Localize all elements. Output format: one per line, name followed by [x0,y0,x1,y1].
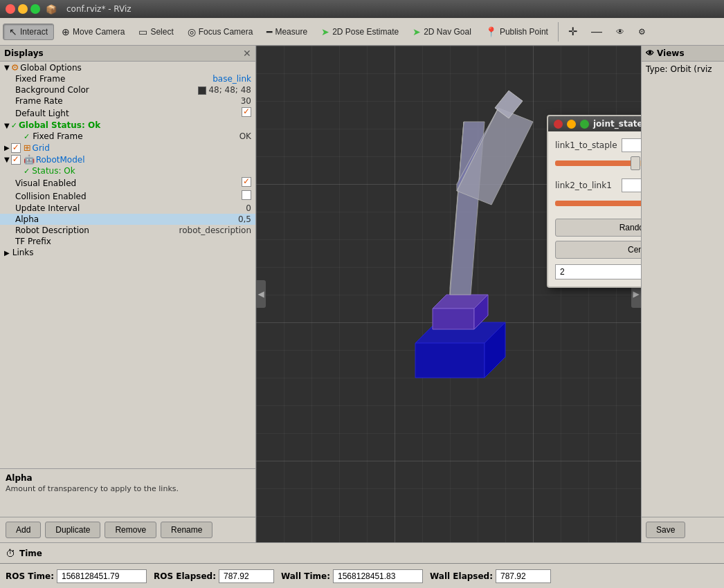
interact-button[interactable]: ↖ Interact [3,24,54,40]
wall-time-field: Wall Time: [281,569,423,583]
popup-minimize-button[interactable] [567,120,576,129]
plus-button[interactable]: ✛ [562,22,583,41]
interact-icon: ↖ [9,26,17,37]
fixed-frame-item[interactable]: Fixed Frame base_link [0,73,255,84]
frame-rate-value: 30 [241,96,255,106]
left-panel: Displays ✕ ▼ ⚙ Global Options Fixed Fram… [0,46,256,542]
close-button[interactable] [6,4,15,14]
ros-time-input[interactable] [57,569,147,583]
fixed-frame-status-item: ✓ Fixed Frame OK [0,131,255,142]
minimize-button[interactable] [18,4,28,14]
panel-close-button[interactable]: ✕ [243,48,251,59]
viewport[interactable]: ◀ ▶ joint_state_publisher link1_to_stapl… [256,46,641,542]
links-item[interactable]: ▶ Links [0,247,255,258]
frame-rate-item[interactable]: Frame Rate 30 [0,95,255,107]
svg-marker-3 [415,343,485,378]
popup-title: joint_state_publisher [593,119,641,129]
duplicate-button[interactable]: Duplicate [45,522,100,538]
time-icon: ⏱ [6,548,15,559]
eye-button[interactable]: 👁 [610,24,631,39]
randomize-button[interactable]: Randomize [555,219,641,237]
robot-desc-label: Robot Description [14,226,179,235]
global-options-item[interactable]: ▼ ⚙ Global Options [0,62,255,73]
link2-slider-area[interactable] [555,195,641,212]
move-camera-button[interactable]: ⊕ Move Camera [55,24,131,40]
publish-point-button[interactable]: 📍 Publish Point [479,24,554,40]
bg-color-item[interactable]: Background Color 48; 48; 48 [0,84,255,95]
fixed-frame-value[interactable]: base_link [212,74,255,84]
measure-button[interactable]: ━ Measure [260,24,314,40]
grid-label[interactable]: Grid [31,143,255,153]
robot-model-label[interactable]: RobotModel [35,155,255,165]
maximize-button[interactable] [30,4,40,14]
popup-maximize-button[interactable] [580,120,589,129]
update-interval-item[interactable]: Update Interval 0 [0,203,255,214]
visual-enabled-item[interactable]: Visual Enabled [0,176,255,190]
link1-row: link1_to_staple [555,138,641,172]
fixed-frame-status-label: Fixed Frame [30,131,239,141]
popup-action-buttons: Randomize Center [555,219,641,259]
gear-button[interactable]: ⚙ [632,24,652,39]
global-options-label: Global Options [19,63,255,73]
visual-enabled-checkbox[interactable] [242,177,251,187]
collision-enabled-checkbox[interactable] [242,190,251,200]
nav-goal-icon: ➤ [413,26,421,37]
pose-label: 2D Pose Estimate [332,27,399,37]
spinner-input[interactable] [555,264,641,279]
robot-model-checkbox[interactable] [11,155,21,165]
remove-button[interactable]: Remove [105,522,156,538]
focus-camera-button[interactable]: ◎ Focus Camera [181,24,260,40]
bg-color-swatch[interactable] [198,86,206,95]
grid-icon: ⊞ [24,143,31,153]
link1-name-row: link1_to_staple [555,138,641,152]
ros-elapsed-input[interactable] [219,569,274,583]
statusbar: ⏱ Time [0,542,724,563]
select-button[interactable]: ▭ Select [132,24,179,40]
expand-grid-icon: ▶ [4,144,10,151]
type-value: Orbit (rviz [670,64,712,74]
default-light-checkbox[interactable] [242,107,251,117]
minus-button[interactable]: — [585,23,608,41]
default-light-item[interactable]: Default Light [0,107,255,120]
main-layout: Displays ✕ ▼ ⚙ Global Options Fixed Fram… [0,46,724,542]
default-light-label: Default Light [14,109,242,118]
grid-item[interactable]: ▶ ⊞ Grid [0,142,255,154]
nav-goal-button[interactable]: ➤ 2D Nav Goal [406,24,478,40]
center-button[interactable]: Center [555,241,641,259]
save-button[interactable]: Save [646,522,685,538]
global-status-checkmark: ✓ [11,121,17,130]
robot-desc-item[interactable]: Robot Description robot_description [0,225,255,236]
link2-row: link2_to_link1 [555,178,641,212]
pose-estimate-button[interactable]: ➤ 2D Pose Estimate [315,24,405,40]
link2-value-input[interactable] [622,178,641,192]
window-controls[interactable] [6,4,40,14]
displays-header: Displays ✕ [0,46,255,62]
link1-value-input[interactable] [622,138,641,152]
robot-model-item[interactable]: ▼ 🤖 RobotModel [0,154,255,165]
popup-close-button[interactable] [554,120,563,129]
default-light-value [242,107,255,119]
alpha-label: Alpha [14,214,238,224]
global-status-label: Global Status: Ok [17,120,255,130]
measure-label: Measure [275,27,307,37]
robot-desc-value: robot_description [179,226,255,235]
nav-left-button[interactable]: ◀ [256,280,266,308]
global-status-item[interactable]: ▼ ✓ Global Status: Ok [0,120,255,131]
interact-label: Interact [20,27,48,37]
svg-marker-6 [433,309,474,329]
wall-time-input[interactable] [333,569,423,583]
grid-checkbox[interactable] [11,143,21,153]
wall-elapsed-input[interactable] [496,569,551,583]
tf-prefix-item[interactable]: TF Prefix [0,236,255,247]
link1-slider-area[interactable] [555,155,641,172]
expand-global-options-icon: ▼ [4,64,10,71]
link1-slider-thumb[interactable] [631,156,640,170]
titlebar: 📦 conf.rviz* - RViz [0,0,724,18]
robot-model-icon: 🤖 [24,154,35,165]
type-label: Type: [646,64,668,74]
rename-button[interactable]: Rename [161,522,212,538]
collision-enabled-item[interactable]: Collision Enabled [0,190,255,203]
add-button[interactable]: Add [6,522,41,538]
alpha-item[interactable]: Alpha 0,5 [0,214,255,225]
toolbar-separator [558,22,559,42]
